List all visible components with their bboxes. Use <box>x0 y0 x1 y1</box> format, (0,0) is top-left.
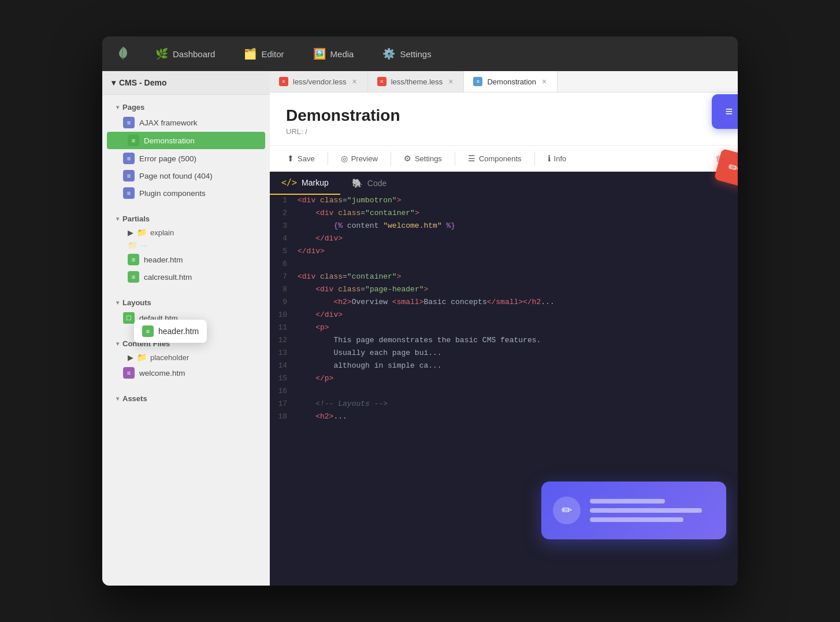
save-button[interactable]: ⬆ Save <box>279 150 323 166</box>
preview-icon: ◎ <box>341 154 348 163</box>
info-label: Info <box>554 154 567 163</box>
code-line-3: 3 {% content "welcome.htm" %} <box>270 220 738 233</box>
line-content-13: Usually each page bui... <box>293 347 447 360</box>
nav-label-dashboard: Dashboard <box>173 49 215 59</box>
code-line-16: 16 <box>270 386 738 398</box>
code-line-15: 15 </p> <box>270 373 738 386</box>
code-tab-markup[interactable]: </> Markup <box>270 172 340 195</box>
media-icon: 🖼️ <box>313 47 326 60</box>
line-content-14: although in simple ca... <box>293 360 447 373</box>
sidebar-item-header[interactable]: ≡ header.htm <box>102 251 270 268</box>
code-line-9: 9 <h2>Overview <small>Basic concepts</sm… <box>270 297 738 309</box>
calc-label: calcresult.htm <box>144 273 192 282</box>
error-label: Error page (500) <box>139 154 196 163</box>
line-content-9: <h2>Overview <small>Basic concepts</smal… <box>293 297 559 309</box>
assets-group-label: Assets <box>122 394 147 403</box>
action-separator-3 <box>455 151 455 165</box>
theme-tab-icon: ≡ <box>377 77 386 86</box>
sidebar-item-notfound[interactable]: ≡ Page not found (404) <box>102 167 270 184</box>
line-content-10: </div> <box>293 309 347 322</box>
demo-tab-label: Demonstration <box>487 77 536 86</box>
partials-group-label: Partials <box>122 214 150 223</box>
save-label: Save <box>298 154 315 163</box>
nav-logo[interactable] <box>114 45 132 63</box>
code-line-1: 1 <div class="jumbotron"> <box>270 195 738 208</box>
sidebar-section-assets: ▾ Assets <box>102 386 270 410</box>
content-arrow-icon: ▾ <box>116 340 119 347</box>
line-content-12: This page demonstrates the basic CMS fea… <box>293 335 545 347</box>
components-button[interactable]: ☰ Components <box>460 150 530 166</box>
settings-button[interactable]: ⚙ Settings <box>396 150 450 166</box>
page-url: URL: / <box>286 127 722 136</box>
line-num-17: 17 <box>270 398 293 411</box>
theme-tab-close[interactable]: × <box>447 77 454 86</box>
url-label: URL: <box>286 127 303 136</box>
line-num-3: 3 <box>270 220 293 233</box>
sidebar-item-error[interactable]: ≡ Error page (500) <box>102 150 270 167</box>
line-content-16 <box>293 386 302 398</box>
sidebar-group-partials[interactable]: ▾ Partials <box>102 211 270 225</box>
nav-item-media[interactable]: 🖼️ Media <box>307 44 360 64</box>
save-icon: ⬆ <box>287 154 294 163</box>
line-num-8: 8 <box>270 284 293 297</box>
top-nav: 🌿 Dashboard 🗂️ Editor 🖼️ Media ⚙️ Settin… <box>102 36 738 71</box>
placeholder-label: placeholder <box>150 353 189 362</box>
sidebar-item-demonstration[interactable]: ≡ Demonstration <box>107 132 265 149</box>
sidebar-subgroup-placeholder[interactable]: ▶ 📁 placeholder <box>102 350 270 364</box>
line-num-6: 6 <box>270 258 293 271</box>
plugin-label: Plugin components <box>139 189 206 198</box>
code-tab-code[interactable]: 🐘 Code <box>340 172 398 194</box>
line-num-13: 13 <box>270 347 293 360</box>
line-num-11: 11 <box>270 322 293 335</box>
line-content-5: </div> <box>293 246 329 258</box>
assets-arrow-icon: ▾ <box>116 395 119 402</box>
line-num-14: 14 <box>270 360 293 373</box>
markup-tab-label: Markup <box>302 178 329 187</box>
tab-demonstration[interactable]: ≡ Demonstration × <box>464 71 557 92</box>
info-button[interactable]: ℹ Info <box>540 150 575 166</box>
app-window: ≡ ✏ ✏ 🌿 Dashboard 🗂️ Editor 🖼️ Media <box>102 36 738 586</box>
dashboard-icon: 🌿 <box>155 47 168 60</box>
demo-tab-close[interactable]: × <box>541 77 548 86</box>
nav-item-settings[interactable]: ⚙️ Settings <box>377 44 437 64</box>
action-separator-4 <box>534 151 535 165</box>
line-content-4: </div> <box>293 233 347 246</box>
preview-button[interactable]: ◎ Preview <box>333 150 386 166</box>
line-content-8: <div class="page-header"> <box>293 284 433 297</box>
sidebar-group-layouts[interactable]: ▾ Layouts <box>102 295 270 309</box>
line-num-2: 2 <box>270 208 293 220</box>
vendor-tab-close[interactable]: × <box>351 77 358 86</box>
tab-vendor[interactable]: ≡ less/vendor.less × <box>270 71 368 92</box>
sidebar-subgroup-explain[interactable]: ▶ 📁 explain <box>102 225 270 239</box>
notfound-label: Page not found (404) <box>139 172 213 180</box>
line-num-4: 4 <box>270 233 293 246</box>
code-line-18: 18 <h2>... <box>270 411 738 424</box>
deco-line-1 <box>590 499 665 503</box>
error-page-icon: ≡ <box>123 153 135 164</box>
line-content-3: {% content "welcome.htm" %} <box>293 220 460 233</box>
line-content-2: <div class="container"> <box>293 208 424 220</box>
layouts-group-label: Layouts <box>122 298 151 307</box>
action-separator-1 <box>328 151 328 165</box>
explain-folder-icon: 📁 <box>137 228 147 237</box>
info-icon: ℹ <box>548 154 551 163</box>
line-content-6 <box>293 258 302 271</box>
sidebar-item-plugin[interactable]: ≡ Plugin components <box>102 184 270 202</box>
sidebar-item-welcome[interactable]: ≡ welcome.htm <box>102 364 270 382</box>
line-content-18: <h2>... <box>293 411 352 424</box>
sidebar-group-pages[interactable]: ▾ Pages <box>102 99 270 114</box>
sidebar-item-calcresult[interactable]: ≡ calcresult.htm <box>102 268 270 286</box>
sidebar-item-ajax[interactable]: ≡ AJAX framework <box>102 114 270 131</box>
nav-item-dashboard[interactable]: 🌿 Dashboard <box>150 44 221 64</box>
code-line-4: 4 </div> <box>270 233 738 246</box>
sidebar-header: ▾ CMS - Demo <box>102 71 270 95</box>
sidebar-section-partials: ▾ Partials ▶ 📁 explain 📁 ··· ≡ header.ht… <box>102 206 270 290</box>
plugin-page-icon: ≡ <box>123 187 135 199</box>
tab-theme[interactable]: ≡ less/theme.less × <box>368 71 464 92</box>
code-line-7: 7 <div class="container"> <box>270 271 738 284</box>
line-num-1: 1 <box>270 195 293 208</box>
sidebar-group-assets[interactable]: ▾ Assets <box>102 391 270 405</box>
code-line-12: 12 This page demonstrates the basic CMS … <box>270 335 738 347</box>
code-tabs: </> Markup 🐘 Code <box>270 172 738 195</box>
nav-item-editor[interactable]: 🗂️ Editor <box>238 44 289 64</box>
